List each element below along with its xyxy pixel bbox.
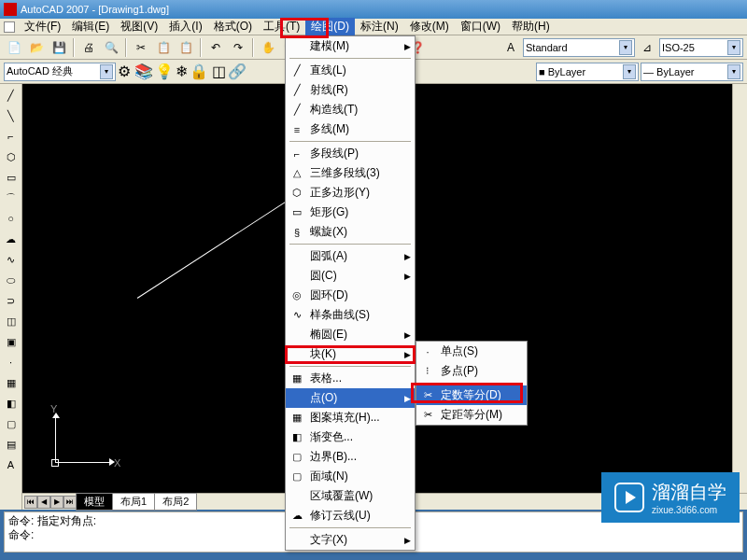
tab-first-button[interactable]: ⏮ xyxy=(24,496,37,509)
new-button[interactable]: 📄 xyxy=(4,37,24,58)
menu-help[interactable]: 帮助(H) xyxy=(506,18,556,35)
menu-item-wipeout[interactable]: 区域覆盖(W) xyxy=(286,486,415,506)
paste-button[interactable]: 📋 xyxy=(176,37,196,58)
menu-item-text[interactable]: 文字(X)▶ xyxy=(286,530,415,550)
redo-button[interactable]: ↷ xyxy=(228,37,248,58)
menu-item-arc[interactable]: 圆弧(A)▶ xyxy=(286,246,415,266)
menu-edit[interactable]: 编辑(E) xyxy=(66,18,115,35)
menu-item-donut[interactable]: ◎圆环(D) xyxy=(286,286,415,305)
workspace-value: AutoCAD 经典 xyxy=(7,64,73,78)
ellipse-arc-tool[interactable]: ⊃ xyxy=(2,291,21,310)
menu-item-helix[interactable]: §螺旋(X) xyxy=(286,222,415,242)
menu-item-gradient[interactable]: ◧渐变色... xyxy=(286,427,415,447)
workspace-combo[interactable]: AutoCAD 经典 ▾ xyxy=(4,63,116,81)
menu-item-xline[interactable]: ╱构造线(T) xyxy=(286,100,415,119)
title-bar: AutoCAD 2007 - [Drawing1.dwg] xyxy=(0,0,747,19)
arc-tool[interactable]: ⌒ xyxy=(2,189,21,207)
tab-layout1[interactable]: 布局1 xyxy=(112,493,155,511)
tab-last-button[interactable]: ⏭ xyxy=(63,496,77,509)
region-tool[interactable]: ▢ xyxy=(2,414,21,433)
tab-prev-button[interactable]: ◀ xyxy=(37,496,50,509)
menu-item-ray[interactable]: ╱射线(R) xyxy=(286,80,415,100)
menu-item-measure[interactable]: ✂定距等分(M) xyxy=(416,405,527,425)
workspace-settings-button[interactable]: ⚙ xyxy=(118,63,131,80)
make-block-tool[interactable]: ▣ xyxy=(2,332,21,351)
color-value: ByLayer xyxy=(548,66,585,77)
menu-item-pline[interactable]: ⌐多段线(P) xyxy=(286,144,415,163)
text-style-combo[interactable]: Standard ▾ xyxy=(523,38,635,57)
draw-toolbar: ╱ ╲ ⌐ ⬡ ▭ ⌒ ○ ☁ ∿ ⬭ ⊃ ◫ ▣ · ▦ ◧ ▢ ▤ A xyxy=(0,84,22,510)
mtext-tool[interactable]: A xyxy=(2,455,21,474)
undo-button[interactable]: ↶ xyxy=(205,37,226,58)
xref-button[interactable]: 🔗 xyxy=(228,63,247,80)
xline-tool[interactable]: ╲ xyxy=(2,106,21,125)
preview-button[interactable]: 🔍 xyxy=(101,37,121,58)
layer-on-icon[interactable]: 💡 xyxy=(155,63,174,80)
hatch-tool[interactable]: ▦ xyxy=(2,373,21,392)
menu-item-table[interactable]: ▦表格... xyxy=(286,369,415,388)
draw-dropdown: 建模(M)▶ ╱直线(L) ╱射线(R) ╱构造线(T) ≡多线(M) ⌐多段线… xyxy=(285,35,416,551)
menu-item-modeling[interactable]: 建模(M)▶ xyxy=(286,36,415,56)
print-button[interactable]: 🖨 xyxy=(78,37,99,58)
menu-item-rectangle[interactable]: ▭矩形(G) xyxy=(286,203,415,222)
linetype-combo[interactable]: — ByLayer ▾ xyxy=(641,63,743,81)
insert-block-tool[interactable]: ◫ xyxy=(2,312,21,330)
menu-file[interactable]: 文件(F) xyxy=(19,18,66,35)
color-combo[interactable]: ■ ByLayer ▾ xyxy=(536,63,639,81)
vertical-scrollbar[interactable] xyxy=(732,84,747,493)
menu-item-point[interactable]: 点(O)▶ xyxy=(286,388,415,408)
menu-item-3dpoly[interactable]: △三维多段线(3) xyxy=(286,163,415,183)
chevron-down-icon: ▾ xyxy=(727,64,740,79)
menu-dimension[interactable]: 标注(N) xyxy=(355,18,404,35)
menu-item-circle[interactable]: 圆(C)▶ xyxy=(286,266,415,286)
dim-style-value: ISO-25 xyxy=(662,42,695,53)
menu-view[interactable]: 视图(V) xyxy=(115,18,163,35)
block-button[interactable]: ◫ xyxy=(212,63,226,80)
menu-item-polygon[interactable]: ⬡正多边形(Y) xyxy=(286,183,415,203)
menu-item-ellipse[interactable]: 椭圆(E)▶ xyxy=(286,325,415,344)
polygon-tool[interactable]: ⬡ xyxy=(2,147,21,166)
ellipse-tool[interactable]: ⬭ xyxy=(2,271,21,289)
menu-format[interactable]: 格式(O) xyxy=(208,18,258,35)
revcloud-tool[interactable]: ☁ xyxy=(2,230,21,248)
dim-style-icon[interactable]: ⊿ xyxy=(637,37,657,58)
gradient-tool[interactable]: ◧ xyxy=(2,394,21,413)
table-tool[interactable]: ▤ xyxy=(2,435,21,454)
menu-item-mline[interactable]: ≡多线(M) xyxy=(286,119,415,139)
circle-tool[interactable]: ○ xyxy=(2,209,21,228)
line-tool[interactable]: ╱ xyxy=(2,86,21,105)
layer-freeze-icon[interactable]: ❄ xyxy=(176,63,188,80)
menu-tools[interactable]: 工具(T) xyxy=(258,18,305,35)
cut-button[interactable]: ✂ xyxy=(131,37,151,58)
menu-item-spline[interactable]: ∿样条曲线(S) xyxy=(286,305,415,325)
menu-bar: 文件(F) 编辑(E) 视图(V) 插入(I) 格式(O) 工具(T) 绘图(D… xyxy=(0,19,747,35)
menu-draw[interactable]: 绘图(D) xyxy=(305,18,355,35)
tab-layout2[interactable]: 布局2 xyxy=(154,493,197,511)
save-button[interactable]: 💾 xyxy=(49,37,69,58)
text-style-icon[interactable]: A xyxy=(500,37,521,58)
dim-style-combo[interactable]: ISO-25 ▾ xyxy=(659,38,743,57)
point-tool[interactable]: · xyxy=(2,353,21,371)
menu-insert[interactable]: 插入(I) xyxy=(163,18,207,35)
rectangle-tool[interactable]: ▭ xyxy=(2,168,21,187)
open-button[interactable]: 📂 xyxy=(26,37,47,58)
pan-button[interactable]: ✋ xyxy=(258,37,278,58)
menu-item-revcloud[interactable]: ☁修订云线(U) xyxy=(286,506,415,525)
menu-item-divide[interactable]: ✂定数等分(D) xyxy=(416,385,527,405)
tab-next-button[interactable]: ▶ xyxy=(50,496,63,509)
copy-button[interactable]: 📋 xyxy=(153,37,174,58)
menu-item-multiple-point[interactable]: ⁝多点(P) xyxy=(416,361,527,381)
menu-item-line[interactable]: ╱直线(L) xyxy=(286,61,415,80)
menu-item-boundary[interactable]: ▢边界(B)... xyxy=(286,447,415,467)
pline-tool[interactable]: ⌐ xyxy=(2,127,21,146)
layer-manager-button[interactable]: 📚 xyxy=(134,63,153,80)
menu-item-hatch[interactable]: ▦图案填充(H)... xyxy=(286,408,415,427)
menu-item-block[interactable]: 块(K)▶ xyxy=(286,344,415,364)
layer-lock-icon[interactable]: 🔒 xyxy=(190,63,208,80)
tab-model[interactable]: 模型 xyxy=(76,493,113,511)
menu-item-region[interactable]: ▢面域(N) xyxy=(286,467,415,486)
menu-item-single-point[interactable]: ·单点(S) xyxy=(416,342,527,361)
menu-window[interactable]: 窗口(W) xyxy=(455,18,506,35)
spline-tool[interactable]: ∿ xyxy=(2,250,21,269)
menu-modify[interactable]: 修改(M) xyxy=(404,18,455,35)
